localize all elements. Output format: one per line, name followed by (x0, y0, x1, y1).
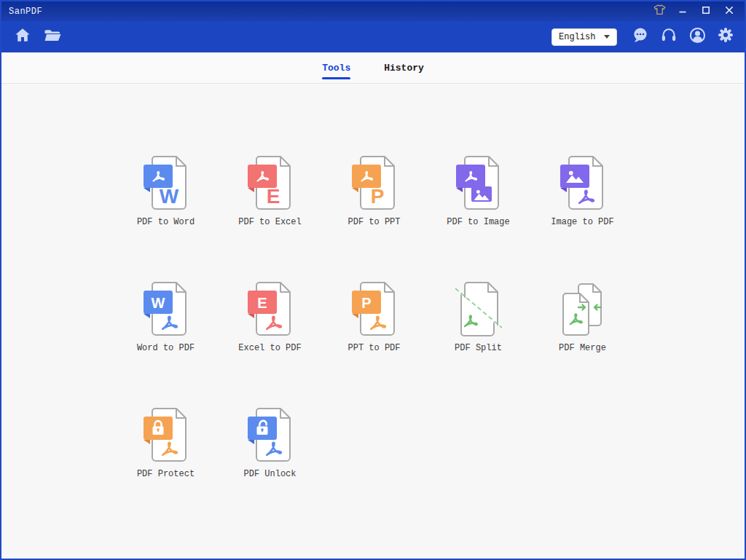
tab-tools[interactable]: Tools (322, 57, 350, 79)
tool-label: Excel to PDF (238, 343, 301, 353)
tool-label: PDF to Word (137, 217, 195, 227)
settings-icon (717, 26, 734, 47)
pdf-to-excel-icon: E (248, 155, 293, 210)
tool-pdf-to-image[interactable]: PDF to Image (426, 155, 530, 227)
home-icon (14, 26, 31, 47)
account-button[interactable] (688, 28, 707, 47)
app-window: SanPDF English Tools (0, 0, 746, 560)
titlebar: SanPDF (1, 1, 745, 21)
user-icon (688, 26, 707, 48)
folder-open-icon (43, 26, 62, 47)
tool-label: Image to PDF (551, 217, 613, 227)
tool-row: WWord to PDFEExcel to PDFPPPT to PDF PDF… (114, 281, 745, 353)
tool-label: PDF Split (455, 343, 502, 353)
tool-label: PDF Unlock (243, 469, 296, 479)
tool-excel-to-pdf[interactable]: EExcel to PDF (218, 281, 322, 353)
chevron-down-icon (604, 35, 610, 39)
pdf-to-ppt-icon: P (352, 155, 397, 210)
ppt-to-pdf-icon: P (352, 281, 397, 336)
image-to-pdf-icon (560, 155, 605, 210)
pdf-merge-icon (557, 281, 608, 336)
svg-text:E: E (266, 185, 280, 208)
toolbar-right: English (551, 28, 735, 47)
content-area: WPDF to WordEPDF to ExcelPPDF to PPTPDF … (1, 84, 745, 479)
tab-history[interactable]: History (384, 57, 424, 79)
pdf-to-image-icon (456, 155, 501, 210)
theme-button[interactable] (650, 4, 669, 19)
tool-pdf-protect[interactable]: PDF Protect (114, 407, 218, 479)
support-button[interactable] (659, 28, 678, 47)
language-select-value: English (559, 32, 595, 42)
tool-pdf-merge[interactable]: PDF Merge (530, 281, 635, 353)
tool-row: PDF ProtectPDF Unlock (114, 407, 745, 479)
tool-row: WPDF to WordEPDF to ExcelPPDF to PPTPDF … (114, 155, 745, 227)
tabstrip: Tools History (1, 52, 745, 84)
maximize-button[interactable] (696, 4, 715, 19)
pdf-split-icon (455, 281, 502, 336)
tool-label: PDF to Excel (238, 217, 301, 227)
shirt-icon (653, 4, 667, 20)
word-to-pdf-icon: W (144, 281, 189, 336)
close-icon (725, 5, 734, 18)
tool-image-to-pdf[interactable]: Image to PDF (530, 155, 635, 227)
tab-history-label: History (384, 63, 424, 74)
tool-label: PDF Merge (559, 343, 606, 353)
tool-pdf-to-word[interactable]: WPDF to Word (114, 155, 218, 227)
tab-tools-label: Tools (322, 63, 350, 74)
settings-button[interactable] (716, 28, 735, 47)
excel-to-pdf-icon: E (248, 281, 293, 336)
minimize-button[interactable] (673, 4, 692, 19)
tool-label: PDF Protect (137, 469, 195, 479)
tool-label: Word to PDF (137, 343, 195, 353)
toolbar-left (13, 28, 62, 47)
language-select[interactable]: English (551, 28, 617, 46)
svg-text:P: P (361, 295, 371, 311)
chat-icon (632, 26, 649, 47)
tool-ppt-to-pdf[interactable]: PPPT to PDF (322, 281, 426, 353)
tool-pdf-unlock[interactable]: PDF Unlock (218, 407, 322, 479)
feedback-button[interactable] (631, 28, 650, 47)
pdf-to-word-icon: W (144, 155, 189, 210)
tool-label: PDF to PPT (348, 217, 400, 227)
tool-pdf-to-excel[interactable]: EPDF to Excel (218, 155, 322, 227)
toolbar: English (1, 21, 745, 52)
svg-text:W: W (159, 185, 178, 208)
headset-icon (660, 26, 678, 47)
tool-pdf-to-ppt[interactable]: PPDF to PPT (322, 155, 426, 227)
titlebar-controls (650, 4, 739, 19)
tool-label: PPT to PDF (348, 343, 400, 353)
close-button[interactable] (720, 4, 739, 19)
tools-grid: WPDF to WordEPDF to ExcelPPDF to PPTPDF … (1, 155, 745, 479)
minimize-icon (678, 5, 687, 18)
tool-label: PDF to Image (447, 217, 509, 227)
pdf-unlock-icon (248, 407, 293, 462)
tool-pdf-split[interactable]: PDF Split (426, 281, 530, 353)
svg-text:W: W (151, 295, 165, 311)
active-tab-underline (322, 77, 350, 79)
home-button[interactable] (13, 28, 32, 47)
tool-word-to-pdf[interactable]: WWord to PDF (114, 281, 218, 353)
svg-text:E: E (257, 295, 267, 311)
maximize-icon (702, 5, 710, 18)
pdf-protect-icon (144, 407, 189, 462)
open-file-button[interactable] (43, 28, 62, 47)
window-title: SanPDF (9, 7, 42, 17)
svg-text:P: P (370, 185, 384, 208)
